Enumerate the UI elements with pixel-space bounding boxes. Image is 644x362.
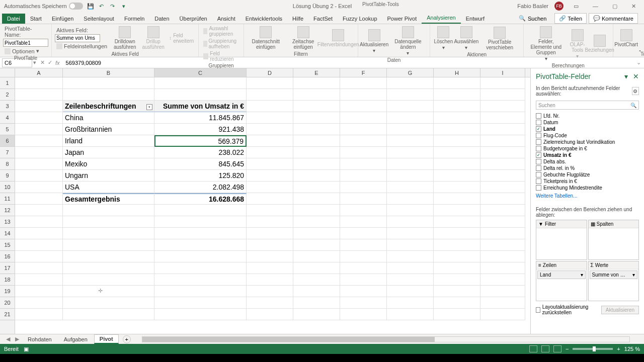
cell[interactable] <box>15 216 63 228</box>
cell[interactable] <box>340 182 387 193</box>
cell[interactable] <box>340 112 387 124</box>
sheet-tab-rohdaten[interactable]: Rohdaten <box>22 335 57 344</box>
cell[interactable] <box>434 193 480 205</box>
filter-area[interactable]: ▼Filter <box>536 220 587 260</box>
cell[interactable] <box>247 112 293 124</box>
expand-formula-icon[interactable]: ⌄ <box>633 59 644 66</box>
recommended-pivots[interactable]: Empfohlene PivotTables <box>638 25 644 51</box>
cell[interactable] <box>154 286 247 297</box>
gear-icon[interactable]: ⚙ <box>632 87 639 95</box>
drilldown-button[interactable]: Drilldown ausführen <box>111 25 139 51</box>
cell[interactable] <box>434 158 480 170</box>
cell[interactable] <box>387 286 434 297</box>
cell[interactable] <box>293 297 340 309</box>
row-header[interactable]: 19 <box>0 286 15 297</box>
field-item[interactable]: Umsatz in € <box>536 152 639 158</box>
field-item[interactable]: Land <box>536 126 639 132</box>
cell[interactable] <box>480 216 525 228</box>
cell[interactable] <box>63 309 154 320</box>
cell[interactable] <box>480 182 525 193</box>
cell[interactable] <box>387 228 434 239</box>
row-header[interactable]: 7 <box>0 147 15 158</box>
cell[interactable] <box>63 251 154 262</box>
tab-pagelayout[interactable]: Seitenlayout <box>78 14 119 24</box>
minimize-icon[interactable]: — <box>589 3 602 9</box>
field-checkbox[interactable] <box>536 139 541 145</box>
cell[interactable] <box>154 262 247 274</box>
cell[interactable] <box>480 135 525 147</box>
cell[interactable] <box>480 124 525 135</box>
collapse-ribbon-icon[interactable]: ˆ <box>639 50 641 56</box>
tab-data[interactable]: Daten <box>149 14 174 24</box>
drillup-button[interactable]: Drillup ausführen <box>141 25 166 51</box>
cell[interactable] <box>387 124 434 135</box>
cell[interactable] <box>387 182 434 193</box>
field-item[interactable]: Budgetvorgabe in € <box>536 145 639 152</box>
sheet-nav-next-icon[interactable]: ▶ <box>13 336 21 342</box>
cell[interactable] <box>293 205 340 216</box>
cell[interactable] <box>340 274 387 286</box>
cell[interactable] <box>247 147 293 158</box>
cell[interactable] <box>15 239 63 251</box>
cell[interactable] <box>480 228 525 239</box>
col-header[interactable]: A <box>15 68 63 77</box>
cell[interactable] <box>63 228 154 239</box>
cell[interactable] <box>154 297 247 309</box>
cell[interactable] <box>340 228 387 239</box>
cell[interactable] <box>154 228 247 239</box>
options-button[interactable]: Optionen ▾ <box>3 47 41 55</box>
cell[interactable] <box>247 251 293 262</box>
cell[interactable] <box>434 262 480 274</box>
change-datasource[interactable]: Datenquelle ändern ▾ <box>389 25 427 57</box>
field-checkbox[interactable] <box>536 120 541 125</box>
cell[interactable] <box>154 239 247 251</box>
cell[interactable] <box>387 170 434 182</box>
insert-slicer[interactable]: Datenschnitt einfügen <box>247 25 285 51</box>
cell[interactable] <box>15 101 63 112</box>
cell[interactable] <box>387 262 434 274</box>
cell[interactable] <box>15 193 63 205</box>
cell[interactable] <box>15 170 63 182</box>
field-item[interactable]: Gebuchte Flugplätze <box>536 171 639 178</box>
autosave-toggle[interactable]: Automatisches Speichern <box>4 3 83 10</box>
cell[interactable]: Japan <box>63 147 154 158</box>
field-item[interactable]: Ticketpreis in € <box>536 178 639 185</box>
cell[interactable] <box>480 89 525 101</box>
search-icon[interactable]: 🔍 <box>519 15 526 22</box>
tab-formulas[interactable]: Formeln <box>119 14 149 24</box>
field-checkbox[interactable] <box>536 146 541 151</box>
cell[interactable] <box>480 147 525 158</box>
cell[interactable] <box>340 89 387 101</box>
cell[interactable] <box>63 262 154 274</box>
col-header[interactable]: C <box>154 68 247 77</box>
cell[interactable]: 921.438 <box>154 124 247 135</box>
cell[interactable] <box>15 112 63 124</box>
cell[interactable] <box>340 101 387 112</box>
cell[interactable] <box>480 262 525 274</box>
tab-powerpivot[interactable]: Power Pivot <box>382 14 422 24</box>
cell[interactable] <box>293 251 340 262</box>
tab-developer[interactable]: Entwicklertools <box>240 14 287 24</box>
cell[interactable] <box>247 170 293 182</box>
cell[interactable] <box>387 193 434 205</box>
cell[interactable] <box>387 239 434 251</box>
cell[interactable] <box>15 274 63 286</box>
cell[interactable]: Zeilenbeschriftungen <box>63 101 154 112</box>
pane-menu-icon[interactable]: ▾ <box>624 72 628 80</box>
cell[interactable] <box>63 239 154 251</box>
cell[interactable] <box>293 286 340 297</box>
cell[interactable] <box>480 205 525 216</box>
cell[interactable] <box>293 158 340 170</box>
horizontal-scrollbar[interactable] <box>142 336 630 342</box>
cell[interactable] <box>434 274 480 286</box>
cell[interactable] <box>434 216 480 228</box>
cell[interactable] <box>293 228 340 239</box>
row-header[interactable]: 11 <box>0 193 15 205</box>
cell[interactable] <box>293 309 340 320</box>
cell[interactable]: 238.022 <box>154 147 247 158</box>
defer-layout-checkbox[interactable] <box>536 307 540 313</box>
field-item[interactable]: Datum <box>536 119 639 126</box>
search-label[interactable]: Suchen <box>528 16 546 22</box>
cell[interactable] <box>387 309 434 320</box>
cell[interactable] <box>434 251 480 262</box>
